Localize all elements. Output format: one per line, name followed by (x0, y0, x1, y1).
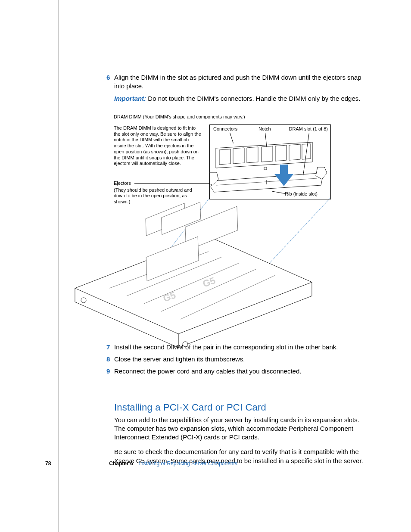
svg-point-26 (81, 298, 86, 303)
step-6-important: Important: Do not touch the DIMM's conne… (114, 94, 370, 103)
svg-rect-8 (264, 167, 267, 170)
label-connectors: Connectors (213, 126, 237, 132)
important-text: Do not touch the DIMM's connectors. Hand… (146, 95, 360, 102)
step-text: Reconnect the power cord and any cables … (114, 367, 301, 375)
svg-marker-3 (247, 147, 258, 163)
chapter-title: Installing or Replacing Server Component… (139, 460, 237, 467)
svg-marker-2 (233, 148, 244, 164)
page-footer: 78 Chapter 6 Installing or Replacing Ser… (45, 460, 411, 467)
step-number: 8 (106, 355, 110, 364)
step-8: 8 Close the server and tighten its thumb… (114, 355, 370, 364)
dimm-svg (210, 125, 330, 199)
ejectors-label: Ejectors (114, 180, 131, 186)
chapter-number: Chapter 6 (109, 460, 133, 467)
diagram-title: DRAM DIMM (Your DIMM's shape and compone… (114, 114, 245, 120)
step-7: 7 Install the second DIMM of the pair in… (114, 343, 370, 352)
svg-marker-6 (289, 144, 300, 160)
step-text: Align the DIMM in the slot as pictured a… (114, 74, 361, 90)
svg-marker-1 (219, 149, 230, 165)
dimm-install-diagram: DRAM DIMM (Your DIMM's shape and compone… (114, 112, 377, 338)
label-notch: Notch (258, 126, 271, 132)
page-number: 78 (45, 460, 51, 467)
diagram-note: The DRAM DIMM is designed to fit into th… (114, 125, 202, 167)
arrow-down-icon (274, 165, 293, 186)
step-text: Close the server and tighten its thumbsc… (114, 355, 245, 363)
step-6: 6 Align the DIMM in the slot as pictured… (114, 73, 370, 91)
step-text: Install the second DIMM of the pair in t… (114, 343, 338, 351)
step-9: 9 Reconnect the power cord and any cable… (114, 367, 370, 376)
step-number: 9 (106, 367, 110, 376)
section-heading: Installing a PCI-X Card or PCI Card (114, 402, 370, 413)
label-rib: Rib (inside slot) (285, 191, 318, 197)
svg-marker-4 (262, 146, 273, 162)
section-para-1: You can add to the capabilities of your … (114, 416, 370, 442)
label-dram-slot: DRAM slot (1 of 8) (289, 126, 328, 132)
dimm-detail-box: Connectors Notch DRAM slot (1 of 8) (209, 124, 331, 199)
server-chassis-svg: G5 G5 (58, 202, 321, 348)
important-label: Important: (114, 95, 146, 102)
step-number: 7 (106, 343, 110, 352)
step-number: 6 (106, 73, 110, 82)
diagram-ejectors: Ejectors (They should be pushed outward … (114, 180, 203, 205)
page: 6 Align the DIMM in the slot as pictured… (0, 0, 411, 532)
svg-marker-5 (275, 145, 286, 161)
